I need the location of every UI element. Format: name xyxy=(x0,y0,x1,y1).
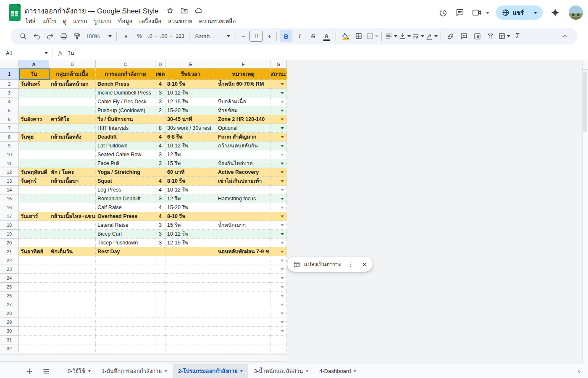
cell-D4[interactable]: 3 xyxy=(155,97,165,106)
cell-B12[interactable]: พัก / โยคะ xyxy=(49,168,96,177)
cell-D1[interactable]: เซต xyxy=(155,68,165,80)
cell-G28[interactable] xyxy=(270,309,287,318)
cell-D29[interactable] xyxy=(155,318,165,327)
cell-D31[interactable] xyxy=(155,336,165,344)
cell-C18[interactable]: Lateral Raise xyxy=(96,221,155,230)
row-header-5[interactable]: 5 xyxy=(0,106,19,115)
tab-scroll-left-icon[interactable] xyxy=(576,364,582,378)
cell-B2[interactable]: กล้ามเนื้อหน้าอก xyxy=(49,80,96,89)
merge-cells-icon[interactable] xyxy=(366,30,378,42)
cell-E3[interactable]: 10-12 รีพ xyxy=(165,89,216,97)
cell-D13[interactable]: 4 xyxy=(155,177,165,186)
column-header-F[interactable]: F xyxy=(216,60,270,68)
cell-D23[interactable] xyxy=(155,265,165,274)
cell-E7[interactable]: 30s work / 30s rest xyxy=(165,124,216,133)
cell-G15[interactable] xyxy=(270,194,287,203)
status-dropdown-icon[interactable] xyxy=(281,92,284,94)
cell-B16[interactable] xyxy=(49,203,96,212)
cell-A32[interactable] xyxy=(19,344,49,353)
cell-C26[interactable] xyxy=(96,291,155,300)
cell-D30[interactable] xyxy=(155,327,165,336)
row-header-16[interactable]: 16 xyxy=(0,203,19,212)
cell-G27[interactable] xyxy=(270,300,287,309)
hide-toolbar-icon[interactable] xyxy=(559,30,571,42)
cell-F21[interactable]: นอนหลับพักผ่อน 7-9 ช xyxy=(216,247,270,256)
sheet-tab-menu-icon[interactable] xyxy=(88,370,91,372)
cell-F31[interactable] xyxy=(216,336,270,344)
horizontal-scrollbar[interactable] xyxy=(0,354,287,362)
cell-G12[interactable] xyxy=(270,168,287,177)
cell-C10[interactable]: Seated Cable Row xyxy=(96,150,155,159)
cell-G9[interactable] xyxy=(270,142,287,150)
cell-F10[interactable] xyxy=(216,150,270,159)
version-history-icon[interactable] xyxy=(435,5,452,20)
cell-C21[interactable]: Rest Day xyxy=(96,247,155,256)
sheet-tab-0[interactable]: 0-วิธีใช้ xyxy=(62,364,96,378)
sheet-tab-4[interactable]: 4-Dashboard xyxy=(314,364,362,378)
cell-A23[interactable] xyxy=(19,265,49,274)
cell-D16[interactable]: 4 xyxy=(155,203,165,212)
cell-F12[interactable]: Active Recovery xyxy=(216,168,270,177)
cell-E9[interactable]: 10-12 รีพ xyxy=(165,142,216,150)
redo-icon[interactable] xyxy=(44,30,56,42)
cell-D8[interactable]: 4 xyxy=(155,133,165,142)
insert-comment-icon[interactable] xyxy=(457,30,470,42)
formula-input[interactable]: วัน xyxy=(67,49,74,58)
cell-D24[interactable] xyxy=(155,274,165,283)
status-dropdown-icon[interactable] xyxy=(281,110,284,112)
font-size-input[interactable]: 11 xyxy=(249,31,263,42)
cell-D2[interactable]: 4 xyxy=(155,80,165,89)
cell-F24[interactable] xyxy=(216,274,270,283)
cell-D11[interactable]: 3 xyxy=(155,159,165,168)
cell-C24[interactable] xyxy=(96,274,155,283)
status-dropdown-icon[interactable] xyxy=(281,189,284,191)
fill-color-icon[interactable] xyxy=(339,30,352,42)
status-dropdown-icon[interactable] xyxy=(281,180,284,182)
cell-G32[interactable] xyxy=(270,344,287,353)
menu-file[interactable]: ไฟล์ xyxy=(22,15,39,27)
cell-F5[interactable]: ท้ายซ้อม xyxy=(216,106,270,115)
status-dropdown-icon[interactable] xyxy=(281,295,284,297)
cell-E8[interactable]: 6-8 รีพ xyxy=(165,133,216,142)
cell-D5[interactable]: 2 xyxy=(155,106,165,115)
grid-corner[interactable] xyxy=(0,60,19,68)
row-header-28[interactable]: 28 xyxy=(0,309,19,318)
status-dropdown-icon[interactable] xyxy=(281,312,284,315)
cell-E31[interactable] xyxy=(165,336,216,344)
cell-G25[interactable] xyxy=(270,283,287,291)
cell-G2[interactable] xyxy=(270,80,287,89)
cell-D12[interactable] xyxy=(155,168,165,177)
search-icon[interactable] xyxy=(17,30,29,42)
cell-B30[interactable] xyxy=(49,327,96,336)
cell-G10[interactable] xyxy=(270,150,287,159)
cell-B31[interactable] xyxy=(49,336,96,344)
cell-A19[interactable] xyxy=(19,230,49,239)
cell-A21[interactable]: วันอาทิตย์ xyxy=(19,247,49,256)
cell-E25[interactable] xyxy=(165,283,216,291)
row-header-1[interactable]: 1 xyxy=(0,68,19,80)
row-header-9[interactable]: 9 xyxy=(0,142,19,150)
vertical-align-icon[interactable] xyxy=(398,30,411,42)
cell-C15[interactable]: Romanian Deadlift xyxy=(96,194,155,203)
cell-D3[interactable]: 3 xyxy=(155,89,165,97)
column-header-B[interactable]: B xyxy=(49,60,96,68)
close-icon[interactable]: × xyxy=(359,260,370,268)
cell-C6[interactable]: วิ่ง / ปั่นจักรยาน xyxy=(96,115,155,124)
cell-F3[interactable] xyxy=(216,89,270,97)
cell-G7[interactable] xyxy=(270,124,287,133)
menu-insert[interactable]: แทรก xyxy=(70,15,90,27)
cell-B24[interactable] xyxy=(49,274,96,283)
status-dropdown-icon[interactable] xyxy=(281,304,284,306)
italic-button[interactable]: I xyxy=(293,30,306,42)
cell-G8[interactable] xyxy=(270,133,287,142)
cell-B21[interactable]: พักเต็มวัน xyxy=(49,247,96,256)
row-header-23[interactable]: 23 xyxy=(0,265,19,274)
cell-B29[interactable] xyxy=(49,318,96,327)
cell-G18[interactable] xyxy=(270,221,287,230)
cell-E20[interactable]: 12-15 รีพ xyxy=(165,239,216,247)
cell-F6[interactable]: Zone 2 HR 120-140 xyxy=(216,115,270,124)
menu-view[interactable]: ดู xyxy=(60,15,70,27)
cell-C11[interactable]: Face Pull xyxy=(96,159,155,168)
cell-C19[interactable]: Bicep Curl xyxy=(96,230,155,239)
status-dropdown-icon[interactable] xyxy=(281,321,284,323)
